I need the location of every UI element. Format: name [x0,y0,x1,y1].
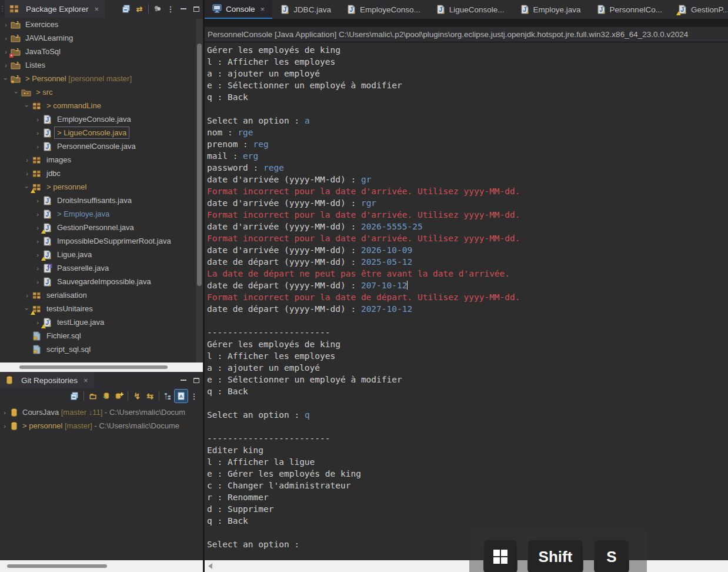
close-icon[interactable]: × [84,376,88,385]
hierarchy-view-button[interactable] [162,390,175,403]
console-output[interactable]: Gérer les employés de kingl : Afficher l… [205,42,728,560]
tree-item[interactable]: ›JPersonnelConsole.java [0,139,196,153]
tree-item[interactable]: ›JListes [0,58,196,72]
view-menu-button[interactable]: ⋮ [188,390,201,403]
chevron-right-icon[interactable]: › [33,197,42,204]
view-menu-button[interactable]: ⋮ [164,2,177,15]
tab-employeconso-[interactable]: JEmployeConso... [339,0,428,19]
chevron-right-icon[interactable]: › [33,129,42,137]
tree-item[interactable]: script_sql.sql [0,342,196,356]
toggle-branch-representation-button[interactable]: A [175,390,188,403]
chevron-right-icon[interactable]: › [22,157,32,164]
collapse-all-button[interactable] [68,390,81,403]
tab-ligueconsole-[interactable]: JLigueConsole... [428,0,512,19]
tree-item[interactable]: ›JSauvegardeImpossible.java [0,275,196,288]
tree-item[interactable]: ›serialisation [0,288,196,302]
console-process-header: PersonnelConsole [Java Application] C:\U… [205,27,728,42]
chevron-right-icon[interactable]: › [1,62,11,69]
chevron-right-icon[interactable]: › [33,116,42,123]
view-drag-handle[interactable] [0,0,5,18]
console-line: Format incorrect pour la date d'arrivée.… [207,232,728,244]
chevron-down-icon[interactable]: › [24,101,31,111]
package-explorer-hscrollbar[interactable] [0,363,203,372]
tab-git-repositories[interactable]: Git Repositories × [0,372,94,388]
tree-item-label: > src [34,87,55,97]
vscroll-thumb[interactable] [197,44,202,286]
chevron-right-icon[interactable]: › [1,35,11,42]
chevron-right-icon[interactable]: › [33,265,42,272]
tree-item[interactable]: ›JLigue.java [0,248,196,261]
chevron-down-icon[interactable]: › [24,182,31,192]
close-icon[interactable]: × [261,5,265,14]
tree-item[interactable]: ›jdbc [0,167,196,180]
hscroll-thumb[interactable] [7,564,107,568]
tab-employe-java[interactable]: JEmploye.java [512,0,589,19]
scroll-left-arrow-icon[interactable] [208,563,212,569]
clone-repository-button[interactable] [99,390,112,403]
tree-item[interactable]: ›JtestLigue.java [0,315,196,329]
java-file-icon: J [42,237,52,246]
minimize-button[interactable] [177,374,190,386]
tree-item[interactable]: ›JImpossibleDeSupprimerRoot.java [0,234,196,248]
tree-item[interactable]: ›J> LigueConsole.java [0,126,196,139]
chevron-right-icon[interactable]: › [33,143,42,150]
chevron-down-icon[interactable]: › [2,74,9,84]
tab-package-explorer[interactable]: Package Explorer × [5,0,105,18]
close-icon[interactable]: × [95,5,99,14]
collapse-all-button[interactable] [120,2,133,15]
chevron-right-icon[interactable]: › [0,423,9,430]
tree-item[interactable]: ›JGestionPersonnel.java [0,221,196,234]
maximize-button[interactable] [190,374,203,386]
svg-text:J: J [349,6,353,13]
tree-item[interactable]: ›> commandLine [0,99,196,112]
tree-item[interactable]: ›JJAVALearning [0,31,196,45]
chevron-right-icon[interactable]: › [33,278,42,285]
chevron-right-icon[interactable]: › [33,238,42,245]
console-line: La date de départ ne peut pas être avant… [207,268,728,280]
tree-item[interactable]: ›JIPasserelle.java [0,261,196,275]
push-pull-button[interactable]: ⇆ [143,390,156,403]
tree-item[interactable]: ›J×JavaToSql [0,45,196,58]
java-project-icon: J× [11,47,21,56]
minimize-button[interactable] [177,3,190,15]
git-repository-row[interactable]: ›> personnel [master] - C:\Users\malic\D… [0,419,203,433]
chevron-right-icon[interactable]: › [0,409,9,416]
console-line: ------------------------ [207,327,728,338]
tree-item[interactable]: ›J> Employe.java [0,207,196,221]
git-repository-row[interactable]: ›CoursJava [master ↓11] - C:\Users\malic… [0,405,203,419]
tree-item[interactable]: ›> src [0,85,196,99]
filter-button[interactable] [151,2,164,15]
tree-item[interactable]: ›testsUnitaires [0,302,196,315]
chevron-right-icon[interactable]: › [1,21,11,28]
tab-jdbc-java[interactable]: JJDBC.java [272,0,339,19]
package-icon [32,169,42,178]
create-repository-button[interactable] [112,390,125,403]
package-explorer-vscrollbar[interactable] [196,19,203,363]
chevron-down-icon[interactable]: › [13,88,20,97]
console-line: Gérer les employés de king [207,44,728,56]
tree-item[interactable]: Fichier.sql [0,329,196,342]
tree-item[interactable]: ›JEmployeConsole.java [0,112,196,126]
tab-console[interactable]: Console× [205,0,272,19]
console-line [207,315,728,327]
hscroll-thumb[interactable] [19,365,168,369]
chevron-down-icon[interactable]: › [24,304,31,314]
console-line: date de départ (yyyy-MM-dd) : 2027-10-12 [207,303,728,315]
tree-item[interactable]: ›images [0,153,196,167]
tree-item[interactable]: ›JExercices [0,18,196,31]
git-hscrollbar[interactable] [0,560,203,572]
maximize-button[interactable] [190,3,203,15]
chevron-right-icon[interactable]: › [22,292,32,299]
fetch-button[interactable]: ↯ [131,390,143,403]
link-with-editor-button[interactable]: ⇄ [133,2,146,15]
tree-item[interactable]: ›JDroitsInsuffisants.java [0,194,196,207]
tab-gestionp-[interactable]: JGestionP... [670,0,728,19]
tab-personnelco-[interactable]: JPersonnelCo... [589,0,670,19]
chevron-right-icon[interactable]: › [22,170,32,177]
collapse-all-icon [71,392,79,400]
tree-item[interactable]: ›> personnel [0,180,196,194]
console-hscrollbar[interactable] [205,560,728,572]
chevron-right-icon[interactable]: › [33,211,42,218]
add-repository-button[interactable]: 🗀 [86,390,99,403]
tree-item[interactable]: ›J> Personnel [personnel master] [0,72,196,85]
